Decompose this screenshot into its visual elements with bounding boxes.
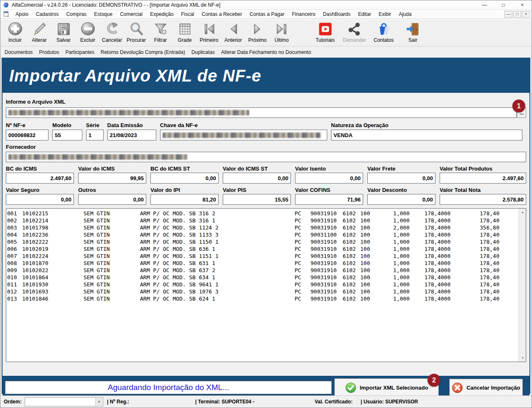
tab-participantes[interactable]: Participantes (65, 49, 94, 55)
toolbar: IncluirAlterarSalvarExcluirCancelarProcu… (0, 19, 532, 46)
menu-fiscal[interactable]: Fiscal (177, 10, 198, 19)
toolbar-button-salvar[interactable]: Salvar (51, 21, 76, 46)
toolbar-button-ultimo[interactable]: Ùltimo (270, 21, 294, 46)
product-cfop: 6102 (343, 252, 360, 260)
bc-do-icms-st-input[interactable]: 0,00 (150, 173, 219, 184)
product-row[interactable]: 01110101930SEM GTINARM P/ OC MOD. SB 964… (7, 281, 518, 288)
valor-do-icms-input[interactable]: 99,95 (78, 173, 146, 184)
toolbar-button-alterar[interactable]: Alterar (27, 21, 51, 46)
product-gtin: SEM GTIN (84, 231, 140, 238)
data-emissao-input[interactable]: 21/08/2023 (107, 130, 156, 140)
mdi-restore-button[interactable]: □ (513, 11, 521, 18)
toolbar-button-excluir[interactable]: Excluir (76, 21, 100, 46)
close-button[interactable]: × (513, 0, 532, 10)
product-unit: PC (295, 224, 311, 231)
toolbar-button-primeiro[interactable]: Primeiro (197, 21, 221, 46)
menu-expedicao[interactable]: Expedição (146, 10, 177, 19)
product-pct: 100 (360, 224, 373, 231)
serie-input[interactable]: 1 (86, 130, 104, 140)
toolbar-button-filtrar[interactable]: Filtrar (148, 21, 173, 46)
product-row[interactable]: 00610102019SEM GTINARM P/ OC MOD. SB 636… (7, 245, 518, 252)
menu-financeiro[interactable]: Financeiro (288, 10, 319, 19)
toolbar-button-cancelar[interactable]: Cancelar (100, 21, 124, 46)
combo-dropdown-icon[interactable]: ▼ (95, 398, 102, 405)
product-row[interactable]: 00210102214SEM GTINARM P/ OC MOD. SB 316… (7, 217, 518, 224)
tab-documentos[interactable]: Documentos (5, 49, 33, 55)
valor-isento-input[interactable]: 0,00 (295, 173, 363, 184)
menu-exibir[interactable]: Exibir (375, 10, 395, 19)
menu-editar[interactable]: Editar (354, 10, 375, 19)
valor-do-icms-st-input[interactable]: 0,00 (223, 173, 291, 184)
menu-contas-a-receber[interactable]: Contas a Receber (198, 10, 246, 19)
product-row[interactable]: 00910102022SEM GTINARM P/ OC MOD. SB 637… (7, 267, 518, 274)
product-total: 178,40 (451, 274, 499, 281)
product-row[interactable]: 00310101798SEM GTINARM P/ OC MOD. SB 112… (7, 224, 518, 231)
mdi-minimize-button[interactable]: — (504, 11, 512, 18)
valor-total-nota-input[interactable]: 2.578,80 (440, 194, 526, 205)
tab-duplicatas[interactable]: Duplicatas (191, 49, 215, 55)
valor-frete-input[interactable]: 0,00 (367, 173, 435, 184)
modelo-input[interactable]: 55 (52, 130, 82, 140)
menu-compras[interactable]: Compras (62, 10, 90, 19)
menu-comercial[interactable]: Comercial (116, 10, 146, 19)
product-row[interactable]: 01210101693SEM GTINARM P/ OC MOD. SB 107… (7, 288, 518, 295)
menu-dashboards[interactable]: DashBoards (319, 10, 354, 19)
product-ncm: 90031910 (311, 274, 343, 281)
cancel-import-button[interactable]: Cancelar Importação (449, 379, 523, 396)
valor-cofins-input[interactable]: 71,96 (295, 194, 363, 205)
ordem-combobox[interactable]: ▼ (25, 397, 103, 406)
valor-do-ipi-input[interactable]: 81,20 (150, 194, 219, 205)
toolbar-button-tutoriais[interactable]: Tutoriais (311, 21, 340, 46)
tab-produtos[interactable]: Produtos (39, 49, 59, 55)
toolbar-button-anterior[interactable]: Anterior (221, 21, 245, 46)
outros-input[interactable]: 0,00 (78, 194, 146, 205)
scroll-down-icon[interactable]: ▼ (519, 354, 526, 362)
product-row[interactable]: 00510102222SEM GTINARM P/ OC MOD. SB 115… (7, 238, 518, 245)
toolbar-button-grade[interactable]: Grade (173, 21, 197, 46)
product-list[interactable]: 00110102215SEM GTINARM P/ OC MOD. SB 316… (6, 208, 526, 362)
natureza-da-operacao-input[interactable]: VENDA (331, 130, 522, 140)
share-nodes-icon (347, 21, 362, 37)
toolbar-button-incluir[interactable]: Incluir (3, 21, 27, 46)
chave-da-nf-e-input[interactable] (160, 130, 327, 140)
product-row[interactable]: 01310101846SEM GTINARM P/ OC MOD. SB 624… (7, 295, 518, 302)
toolbar-button-proximo[interactable]: Próximo (245, 21, 270, 46)
field-valor-cofins: Valor COFINS71,96 (295, 187, 363, 205)
valor-total-produtos-input[interactable]: 2.497,60 (440, 173, 526, 184)
menu-cadastros[interactable]: Cadastros (32, 10, 63, 19)
product-row[interactable]: 00410102236SEM GTINARM P/ OC MOD. SB 113… (7, 231, 518, 238)
product-pct: 100 (360, 238, 373, 245)
menu-contas-a-pagar[interactable]: Contas a Pagar (246, 10, 288, 19)
product-row[interactable]: 01010101864SEM GTINARM P/ OC MOD. SB 634… (7, 274, 518, 281)
product-gtin: SEM GTIN (84, 238, 140, 245)
fornecedor-input[interactable] (6, 152, 526, 162)
valor-pis-input[interactable]: 15,55 (223, 194, 291, 205)
bc-do-icms-input[interactable]: 2.497,60 (6, 173, 74, 184)
product-row[interactable]: 00110102215SEM GTINARM P/ OC MOD. SB 316… (7, 210, 518, 217)
product-price: 178,4000 (410, 224, 451, 231)
toolbar-button-procurar[interactable]: Procurar (124, 21, 148, 46)
product-row[interactable]: 00810101870SEM GTINARM P/ OC MOD. SB 631… (7, 260, 518, 267)
minimize-button[interactable]: — (475, 0, 494, 10)
vertical-scrollbar[interactable]: ▲ ▼ (519, 209, 526, 362)
mdi-close-button[interactable]: × (522, 11, 530, 18)
valor-seguro-input[interactable]: 0,00 (6, 194, 74, 205)
tab-alterar-data-fechamento-no-documento[interactable]: Alterar Data Fechamento no Documento (221, 49, 311, 55)
product-row[interactable]: 00710102224SEM GTINARM P/ OC MOD. SB 115… (7, 252, 518, 260)
xml-path-input[interactable] (6, 107, 517, 118)
menu-apoio[interactable]: Apoio (12, 10, 32, 19)
statusbar: Ordem: ▼ | Nº Reg.: | Terminal: SUPORTE0… (0, 395, 532, 408)
scroll-up-icon[interactable]: ▲ (519, 209, 526, 216)
toolbar-button-contatos[interactable]: Contatos (369, 21, 398, 46)
menu-ajuda[interactable]: Ajuda (395, 10, 415, 19)
toolbar-button-demander[interactable]: Demander (340, 21, 369, 46)
import-xml-button[interactable]: Importar XML Selecionado 2 (335, 379, 438, 396)
n-nf-e-input[interactable]: 000069832 (6, 130, 48, 140)
field-valor-pis: Valor PIS15,55 (223, 187, 291, 205)
toolbar-button-sair[interactable]: Sair (398, 21, 428, 46)
valor-desconto-input[interactable]: 0,00 (367, 194, 435, 205)
field-serie: Série1 (86, 122, 104, 140)
menu-estoque[interactable]: Estoque (90, 10, 116, 19)
maximize-button[interactable]: □ (494, 0, 513, 10)
tab-retorno-devolucao-compra-entrada[interactable]: Retorno Devolução Compra (Entrada) (101, 49, 185, 55)
